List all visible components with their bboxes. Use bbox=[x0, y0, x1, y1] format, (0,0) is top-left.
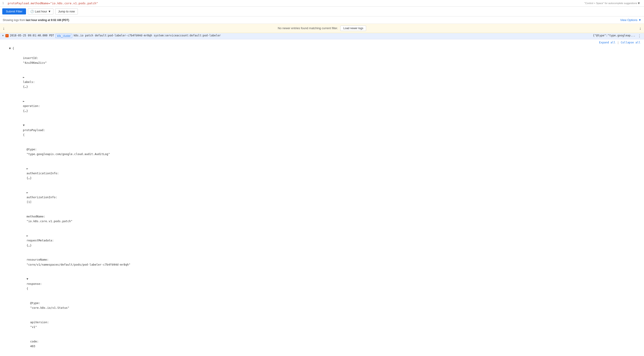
log-summary: k8s.io patch default:pod-labeler-c7b4fd4… bbox=[74, 34, 592, 37]
expand-row-icon[interactable]: ▼ bbox=[2, 34, 4, 37]
insert-id-key: insertId: bbox=[23, 56, 38, 60]
resp-type-key: @type: bbox=[30, 301, 40, 305]
status-text: Showing logs from last hour ending at 9:… bbox=[3, 18, 69, 22]
operation-toggle[interactable]: ► bbox=[23, 99, 25, 103]
proto-payload-toggle[interactable]: ▼ bbox=[23, 123, 25, 127]
line-number: 1 bbox=[2, 1, 6, 5]
operation-key: operation: bbox=[23, 104, 40, 108]
more-options-icon[interactable]: ⋮ bbox=[637, 34, 642, 38]
severity-badge: ! bbox=[6, 34, 8, 37]
api-version-value: "v1" bbox=[30, 325, 37, 329]
status-bold: last hour ending at 9:02 AM (PDT) bbox=[26, 18, 69, 22]
query-input[interactable] bbox=[8, 1, 636, 5]
autocomplete-hint: "Control + Space" for autocomplete sugge… bbox=[584, 2, 637, 4]
load-newer-button[interactable]: Load newer logs bbox=[340, 25, 366, 31]
response-key: response: bbox=[26, 282, 42, 286]
scroll-down-right-arrow: ↓ bbox=[639, 26, 641, 31]
proto-payload-brace: { bbox=[23, 133, 25, 137]
submit-filter-button[interactable]: Submit Filter bbox=[2, 8, 26, 14]
api-version-line: apiVersion: "v1" bbox=[9, 315, 640, 334]
operation-line: ► operation: {…} bbox=[9, 94, 640, 118]
log-cluster-badge[interactable]: k8s_cluster bbox=[56, 34, 72, 38]
operation-value: {…} bbox=[23, 109, 28, 113]
jump-to-now-button[interactable]: Jump to now bbox=[55, 8, 78, 14]
authz-info-toggle[interactable]: ► bbox=[26, 191, 28, 194]
resp-type-line: @type: "core.k8s.io/v1.Status" bbox=[9, 296, 640, 315]
at-type-line: @type: "type.googleapis.com/google.cloud… bbox=[9, 142, 640, 161]
view-options-button[interactable]: View Options ▼ bbox=[620, 18, 641, 22]
auth-info-toggle[interactable]: ► bbox=[26, 167, 28, 170]
view-options-arrow: ▼ bbox=[638, 18, 641, 22]
labels-line: ► labels: {…} bbox=[9, 70, 640, 94]
time-range-label: Last hour bbox=[35, 10, 47, 13]
banner-message: No newer entries found matching current … bbox=[278, 26, 338, 30]
log-area: ▼ ! 2018-05-25 09:01:40.000 PDT k8s_clus… bbox=[0, 33, 644, 356]
authz-info-key: authorizationInfo: bbox=[26, 195, 57, 199]
code-line: code: 403 bbox=[9, 334, 640, 353]
labels-value: {…} bbox=[23, 85, 28, 88]
req-meta-toggle[interactable]: ► bbox=[26, 234, 28, 237]
response-line: ▼ response: { bbox=[9, 272, 640, 296]
view-options-label: View Options bbox=[620, 18, 638, 22]
req-meta-value: {…} bbox=[26, 244, 32, 247]
code-key: code: bbox=[30, 340, 39, 343]
scroll-down-left-arrow: ↓ bbox=[3, 26, 5, 31]
resp-type-value: "core.k8s.io/v1.Status" bbox=[30, 306, 69, 309]
clock-icon: 🕐 bbox=[30, 10, 34, 13]
status-bar: Showing logs from last hour ending at 9:… bbox=[0, 16, 644, 24]
at-type-key: @type: bbox=[26, 148, 37, 151]
response-toggle[interactable]: ▼ bbox=[26, 277, 28, 281]
expand-all-link[interactable]: Expand all bbox=[599, 40, 616, 45]
authz-info-line: ► authorizationInfo: [1] bbox=[9, 185, 640, 209]
resource-name-line: resourceName: "core/v1/namespaces/defaul… bbox=[9, 252, 640, 272]
resource-name-key: resourceName: bbox=[26, 258, 49, 261]
labels-key: labels: bbox=[23, 80, 35, 84]
auth-info-value: {…} bbox=[26, 176, 32, 180]
log-entry-row[interactable]: ▼ ! 2018-05-25 09:01:40.000 PDT k8s_clus… bbox=[0, 33, 644, 39]
authz-info-value: [1] bbox=[26, 200, 32, 204]
api-version-key: apiVersion: bbox=[30, 321, 49, 324]
method-name-key: methodName: bbox=[26, 215, 45, 218]
details-line: ► details: {…} bbox=[9, 353, 640, 356]
insert-id-line: insertId: "4zu396ew2icv" bbox=[9, 51, 640, 70]
at-type-value: "type.googleapis.com/google.cloud.audit.… bbox=[26, 152, 110, 156]
resource-name-value: "core/v1/namespaces/default/pods/pod-lab… bbox=[26, 263, 130, 266]
toolbar: Submit Filter 🕐 Last hour ▼ Jump to now bbox=[0, 6, 644, 16]
log-details: Expand all | Collapse all ▼ { insertId: … bbox=[0, 39, 644, 356]
time-dropdown-arrow: ▼ bbox=[48, 10, 51, 13]
log-timestamp: 2018-05-25 09:01:40.000 PDT bbox=[10, 34, 54, 37]
code-value: 403 bbox=[30, 345, 35, 348]
query-bar: 1 "Control + Space" for autocomplete sug… bbox=[0, 0, 644, 6]
response-brace: { bbox=[26, 287, 28, 290]
open-brace-line: ▼ { bbox=[9, 46, 640, 51]
pipe-separator: | bbox=[617, 40, 619, 45]
auth-info-line: ► authenticationInfo: {…} bbox=[9, 161, 640, 185]
collapse-all-link[interactable]: Collapse all bbox=[621, 40, 640, 45]
method-name-value: "io.k8s.core.v1.pods.patch" bbox=[26, 219, 72, 223]
proto-payload-key: protoPayload: bbox=[23, 128, 45, 132]
no-newer-banner: ↓ No newer entries found matching curren… bbox=[0, 24, 644, 33]
log-json-preview: {"@type":"type.googleap... bbox=[593, 34, 636, 37]
expand-collapse-bar: Expand all | Collapse all bbox=[9, 40, 640, 45]
insert-id-value: "4zu396ew2icv" bbox=[23, 61, 46, 64]
req-meta-line: ► requestMetadata: {…} bbox=[9, 228, 640, 252]
time-range-button[interactable]: 🕐 Last hour ▼ bbox=[28, 8, 54, 14]
banner-center: No newer entries found matching current … bbox=[5, 25, 639, 31]
proto-payload-line: ▼ protoPayload: { bbox=[9, 118, 640, 142]
auth-info-key: authenticationInfo: bbox=[26, 172, 59, 175]
labels-toggle[interactable]: ► bbox=[23, 75, 25, 79]
method-name-line: methodName: "io.k8s.core.v1.pods.patch" bbox=[9, 209, 640, 228]
req-meta-key: requestMetadata: bbox=[26, 239, 54, 242]
